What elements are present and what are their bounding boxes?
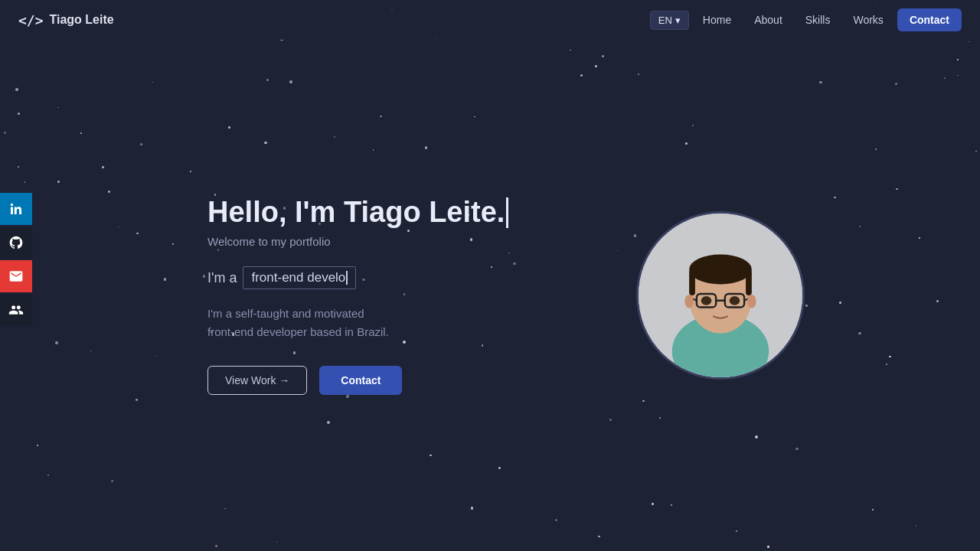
hero-description: I'm a self-taught and motivated front-en… [207, 305, 575, 341]
site-logo: </> Tiago Leite [18, 12, 114, 28]
email-icon[interactable] [0, 260, 32, 292]
contact-button[interactable]: Contact [319, 366, 402, 395]
avatar [636, 211, 805, 380]
nav-works[interactable]: Works [844, 9, 892, 31]
github-icon[interactable] [0, 227, 32, 259]
hero-buttons: View Work → Contact [207, 366, 575, 395]
navbar: </> Tiago Leite EN ▾ Home About Skills W… [0, 0, 980, 40]
logo-icon: </> [18, 12, 44, 28]
svg-point-13 [730, 296, 740, 305]
hero-title: Hello, I'm Tiago Leite. [207, 196, 575, 229]
svg-point-4 [689, 255, 752, 285]
role-prefix: I'm a [207, 270, 237, 286]
nav-about[interactable]: About [745, 9, 792, 31]
hero-role-line: I'm a front-end develo [207, 266, 575, 289]
svg-rect-5 [689, 269, 695, 295]
nav-skills[interactable]: Skills [796, 9, 840, 31]
nav-right: EN ▾ Home About Skills Works Contact [650, 8, 962, 31]
logo-name: Tiago Leite [50, 13, 114, 27]
svg-point-14 [684, 295, 694, 308]
hero-section: Hello, I'm Tiago Leite. Welcome to my po… [32, 40, 980, 551]
avatar-illustration [639, 211, 802, 380]
nav-contact-button[interactable]: Contact [897, 8, 962, 31]
svg-point-12 [701, 296, 712, 305]
role-cursor [346, 271, 348, 285]
hero-text-block: Hello, I'm Tiago Leite. Welcome to my po… [207, 196, 575, 395]
view-work-button[interactable]: View Work → [207, 366, 307, 395]
svg-point-15 [747, 295, 756, 308]
users-icon[interactable] [0, 294, 32, 326]
hero-subtitle: Welcome to my portfolio [207, 235, 575, 248]
svg-rect-6 [746, 269, 752, 295]
language-selector[interactable]: EN ▾ [650, 11, 689, 30]
title-cursor [506, 197, 508, 228]
role-text-box: front-end develo [243, 266, 356, 289]
social-sidebar [0, 40, 32, 551]
nav-home[interactable]: Home [694, 9, 740, 31]
linkedin-icon[interactable] [0, 193, 32, 225]
